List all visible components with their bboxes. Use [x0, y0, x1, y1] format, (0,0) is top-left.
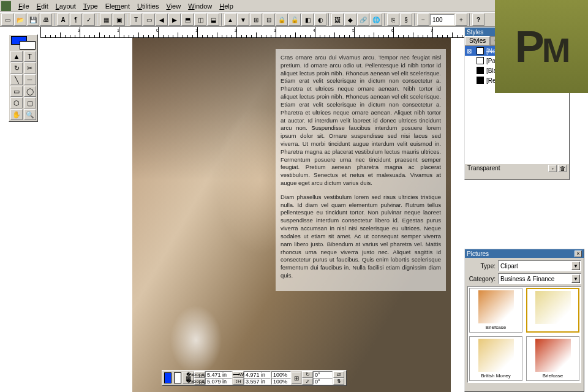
tb-zoomout[interactable]: −: [417, 13, 429, 26]
thumbnail[interactable]: [526, 288, 579, 333]
category-dropdown[interactable]: Business & Finance▼: [498, 273, 581, 284]
sep: [127, 13, 128, 26]
tb-links[interactable]: 🔗: [357, 13, 369, 26]
tb-frame[interactable]: ▭: [143, 13, 155, 26]
sep: [384, 13, 385, 26]
tb-vcenter[interactable]: ◫: [194, 13, 206, 26]
tb-zoomin[interactable]: +: [455, 13, 467, 26]
sep: [414, 13, 415, 26]
tool-polygon[interactable]: ⬡: [10, 97, 23, 108]
thumbnail[interactable]: British Money: [469, 336, 522, 381]
tab-styles[interactable]: Styles: [465, 36, 490, 45]
menu-view[interactable]: View: [162, 1, 184, 11]
tb-fill[interactable]: ▦: [100, 13, 112, 26]
menu-file[interactable]: File: [15, 1, 33, 11]
tb-textblock[interactable]: T: [130, 13, 142, 26]
tb-outdent[interactable]: ◀: [156, 13, 168, 26]
tb-lock[interactable]: 🔒: [276, 13, 288, 26]
category-value: Business & Finance: [500, 276, 554, 282]
tb-hyperlink[interactable]: ⎘: [387, 13, 399, 26]
tb-back[interactable]: ▼: [237, 13, 249, 26]
tb-open[interactable]: 📂: [14, 13, 26, 26]
menu-window[interactable]: Window: [184, 1, 216, 11]
styles-footer-label: Transparent: [467, 165, 500, 172]
sep: [221, 13, 222, 26]
tool-crop[interactable]: ✂: [24, 62, 36, 74]
val-x[interactable]: 5.471 in: [205, 371, 232, 378]
tb-group[interactable]: ⊞: [250, 13, 262, 26]
val-y[interactable]: 5.079 in: [205, 378, 232, 385]
tool-text[interactable]: T: [24, 51, 36, 62]
val-skew[interactable]: 0°: [313, 378, 333, 385]
pm-logo: PM: [495, 0, 588, 93]
sep: [469, 13, 470, 26]
lbl-w: ⟷W: [233, 371, 244, 378]
tb-vtop[interactable]: ⬒: [181, 13, 194, 26]
val-pcth[interactable]: 100%: [271, 378, 291, 385]
tb-new[interactable]: ▭: [1, 13, 13, 26]
val-w[interactable]: 4.971 in: [244, 371, 271, 378]
tb-image[interactable]: 🖼: [331, 13, 344, 26]
tb-vbottom[interactable]: ⬓: [207, 13, 219, 26]
ctrl-constrain[interactable]: ⊞: [292, 372, 301, 384]
tool-pointer[interactable]: ▲: [10, 51, 23, 62]
lbl-x: �координX: [194, 371, 205, 378]
lbl-fliph[interactable]: ⇄: [333, 371, 344, 378]
ctrl-fill-swatch[interactable]: [164, 372, 172, 383]
ctrl-stroke-swatch[interactable]: [174, 372, 181, 383]
tool-line[interactable]: ╲: [10, 74, 23, 85]
tool-roundrect[interactable]: ▢: [24, 97, 36, 108]
tool-ellipse[interactable]: ◯: [24, 86, 36, 97]
tool-hand[interactable]: ✋: [10, 109, 23, 120]
chevron-down-icon: ▼: [571, 274, 580, 283]
menu-utilities[interactable]: Utilities: [134, 1, 162, 11]
tb-save[interactable]: 💾: [27, 13, 39, 26]
text-frame[interactable]: Cras ornare arcu dui vivamus arcu. Tempo…: [276, 49, 446, 291]
thumbnail[interactable]: Briefcase: [526, 336, 579, 381]
val-rot[interactable]: 0°: [313, 371, 333, 378]
sep: [54, 13, 55, 26]
tb-stroke[interactable]: ▣: [113, 13, 125, 26]
toolbox: ▲ T ↻ ✂ ╲ ─ ▭ ◯ ⬡ ▢ ✋ 🔍: [9, 34, 38, 122]
menu-edit[interactable]: Edit: [33, 1, 52, 11]
tool-orthogonal[interactable]: ─: [24, 74, 36, 85]
type-label: Type:: [467, 263, 496, 270]
pictures-titlebar[interactable]: Pictures ×: [465, 249, 584, 258]
menu-help[interactable]: Help: [216, 1, 237, 11]
color-swatch[interactable]: [11, 36, 36, 50]
tb-wrap[interactable]: ◧: [301, 13, 314, 26]
tb-unlock[interactable]: 🔓: [288, 13, 301, 26]
new-style-icon[interactable]: ▫: [548, 165, 557, 172]
tb-ps[interactable]: ◆: [344, 13, 356, 26]
tool-rotate[interactable]: ↻: [10, 62, 23, 74]
tb-help[interactable]: ?: [472, 13, 484, 26]
styles-title: Styles: [467, 29, 483, 36]
tb-showurl[interactable]: §: [400, 13, 412, 26]
tb-indent[interactable]: ▶: [168, 13, 181, 26]
tb-mask[interactable]: ◐: [314, 13, 326, 26]
tb-char[interactable]: A: [57, 13, 69, 26]
tb-ungroup[interactable]: ⊟: [263, 13, 275, 26]
lbl-flipv[interactable]: ⇅: [333, 378, 344, 385]
lbl-h: ↕H: [233, 378, 244, 385]
trash-icon[interactable]: 🗑: [558, 165, 567, 172]
close-icon[interactable]: ×: [575, 251, 582, 257]
tool-rect[interactable]: ▭: [10, 86, 23, 97]
val-pctw[interactable]: 100%: [271, 371, 291, 378]
category-label: Category:: [467, 276, 496, 282]
tb-print[interactable]: 🖶: [40, 13, 52, 26]
tb-front[interactable]: ▲: [224, 13, 236, 26]
tb-para[interactable]: ¶: [70, 13, 82, 26]
tb-web[interactable]: 🌐: [370, 13, 382, 26]
menu-layout[interactable]: Layout: [52, 1, 80, 11]
type-dropdown[interactable]: Clipart▼: [498, 260, 581, 271]
thumbnail[interactable]: Briefcase: [469, 288, 522, 333]
app-icon: [1, 1, 11, 11]
tool-zoom[interactable]: 🔍: [24, 109, 36, 120]
tb-spell[interactable]: ✓: [83, 13, 95, 26]
menu-type[interactable]: Type: [80, 1, 102, 11]
lbl-rot: ↻: [302, 371, 313, 378]
zoom-field[interactable]: 100: [430, 14, 454, 25]
menu-element[interactable]: Element: [102, 1, 134, 11]
val-h[interactable]: 3.557 in: [244, 378, 271, 385]
